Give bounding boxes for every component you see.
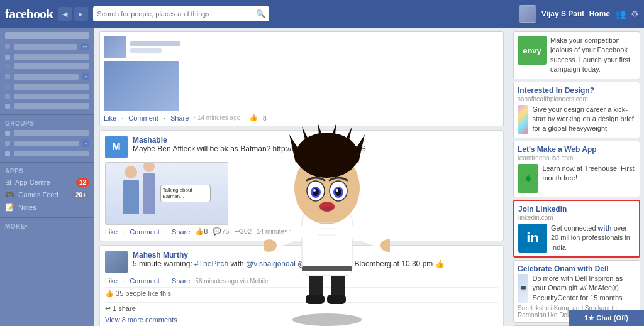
nav-right: Vijay S Paul Home 👥 ⚙ bbox=[519, 5, 639, 23]
notes-item[interactable]: 📝 Notes bbox=[0, 201, 94, 214]
sidebar-item-5[interactable] bbox=[0, 82, 94, 92]
app-centre-badge: 12 bbox=[76, 178, 89, 187]
friends-section: ▪▪ ▪ bbox=[0, 32, 94, 111]
mashable-name[interactable]: Mashable bbox=[133, 136, 366, 144]
user-name[interactable]: Vijay S Paul bbox=[541, 9, 584, 18]
left-sidebar: ▪▪ ▪ bbox=[0, 28, 94, 326]
sidebar-item-1[interactable]: ▪▪ bbox=[0, 41, 94, 52]
ad-linkedin-title: Join LinkedIn bbox=[518, 205, 635, 214]
games-feed-item[interactable]: 🎮 Games Feed 20+ bbox=[0, 188, 94, 201]
sidebar-group-3[interactable] bbox=[0, 149, 94, 158]
sidebar-group-2[interactable]: ▪ bbox=[0, 138, 94, 149]
sidebar-group-1[interactable] bbox=[0, 128, 94, 138]
games-feed-label: Games Feed bbox=[18, 191, 69, 198]
avatar[interactable] bbox=[519, 5, 536, 23]
post2-actions: Like · Comment · Share 58 minutes ago vi… bbox=[105, 277, 498, 285]
ad-linkedin-domain: linkedin.com bbox=[518, 214, 635, 221]
activity-icon-btn[interactable]: ▸ bbox=[74, 7, 88, 21]
home-link[interactable]: Home bbox=[589, 9, 610, 18]
post2-likes: 👍 35 people like this. bbox=[105, 287, 498, 300]
games-feed-badge: 20+ bbox=[72, 191, 89, 199]
action-share[interactable]: Share bbox=[170, 114, 189, 122]
groups-section: GROUPS ▪ bbox=[0, 117, 94, 158]
ad-envy-text: Make your competition jealous of your Fa… bbox=[550, 36, 636, 75]
ad-envy[interactable]: envy Make your competition jealous of yo… bbox=[513, 31, 640, 79]
top-navigation: facebook ◀ ▸ 🔍 Vijay S Paul Home 👥 ⚙ bbox=[0, 0, 644, 28]
ad-linkedin-text: Get connected with over 20 million profe… bbox=[551, 224, 635, 253]
mashable-avatar: M bbox=[105, 136, 128, 158]
ad-design-image bbox=[518, 105, 528, 134]
post-image-panel: Talking about Batman... bbox=[105, 162, 228, 225]
chat-label: 1★ Chat (Off) bbox=[584, 314, 628, 322]
notes-label: Notes bbox=[18, 204, 89, 211]
profile-icon-btn[interactable]: ◀ bbox=[58, 7, 72, 21]
sidebar-item-4[interactable]: ▪ bbox=[0, 71, 94, 82]
ad-design-text: Give your design career a kick-start by … bbox=[532, 105, 636, 134]
friends-icon[interactable]: 👥 bbox=[615, 9, 626, 19]
nav-icons-left: ◀ ▸ bbox=[58, 7, 88, 21]
center-feed: Like · Comment · Share · 14 minutes ago … bbox=[94, 28, 509, 326]
ad-design[interactable]: Interested In Design? sanofhealthpioneer… bbox=[513, 82, 640, 138]
sidebar-item-3[interactable] bbox=[0, 62, 94, 71]
app-centre-icon: ⊞ bbox=[5, 178, 11, 187]
mahesh-name[interactable]: Mahesh Murthy bbox=[133, 251, 498, 259]
right-sidebar: envy Make your competition jealous of yo… bbox=[509, 28, 644, 326]
more-header[interactable]: MORE• bbox=[0, 220, 94, 231]
ad-linkedin[interactable]: Join LinkedIn linkedin.com in Get connec… bbox=[513, 200, 640, 258]
ad-dell-text: Do more with Dell Inspiron as your Onam … bbox=[532, 274, 636, 303]
search-input[interactable] bbox=[97, 10, 256, 18]
mashable-content: Maybe Ben Affleck will be ok as Batman? … bbox=[133, 144, 366, 153]
ad-design-domain: sanofhealthpioneers.com bbox=[518, 95, 636, 102]
app-centre-item[interactable]: ⊞ App Centre 12 bbox=[0, 176, 94, 188]
post1-share[interactable]: Share bbox=[172, 228, 190, 236]
top-blurred-post: Like · Comment · Share · 14 minutes ago … bbox=[99, 31, 504, 126]
post1-actions: Like · Comment · Share 👍8 💬75 ↩202 14 mi… bbox=[105, 227, 498, 236]
chat-bar[interactable]: 1★ Chat (Off) bbox=[569, 310, 644, 326]
app-centre-label: App Centre bbox=[15, 178, 72, 186]
post1-like[interactable]: Like bbox=[105, 228, 118, 236]
post2-shares: ↩ 1 share bbox=[105, 302, 498, 315]
sidebar-item-6[interactable] bbox=[0, 92, 94, 101]
ad-design-title: Interested In Design? bbox=[518, 86, 636, 95]
mashable-post: M Mashable Maybe Ben Affleck will be ok … bbox=[99, 130, 504, 241]
post2-like[interactable]: Like bbox=[105, 277, 118, 285]
ad-envy-image: envy bbox=[518, 36, 547, 65]
post2-comment[interactable]: Comment bbox=[130, 277, 160, 285]
mahesh-content: 5 minute warning: #ThePitch with @vishal… bbox=[133, 259, 498, 268]
post1-comment[interactable]: Comment bbox=[130, 228, 160, 236]
feed-scroll-area[interactable]: Like · Comment · Share · 14 minutes ago … bbox=[94, 28, 509, 326]
action-comment[interactable]: Comment bbox=[128, 114, 158, 122]
mahesh-post: Mahesh Murthy 5 minute warning: #ThePitc… bbox=[99, 245, 504, 326]
sidebar-item-2[interactable] bbox=[0, 52, 94, 62]
apps-header: APPS bbox=[0, 165, 94, 176]
ad-linkedin-image: in bbox=[518, 224, 547, 253]
games-feed-icon: 🎮 bbox=[5, 190, 14, 199]
ad-dell-title: Celebrate Onam with Dell bbox=[518, 264, 636, 273]
facebook-logo: facebook bbox=[5, 6, 53, 22]
groups-header: GROUPS bbox=[0, 117, 94, 128]
ad-dell-image: 💻 bbox=[518, 274, 528, 303]
search-bar: 🔍 bbox=[93, 6, 269, 21]
action-like[interactable]: Like bbox=[104, 114, 116, 122]
main-layout: ▪▪ ▪ bbox=[0, 28, 644, 326]
ad-treehouse[interactable]: Let's Make a Web App teamtreehouse.com 🌲… bbox=[513, 141, 640, 197]
view-more-comments[interactable]: View 8 more comments bbox=[105, 315, 498, 325]
ad-treehouse-image: 🌲 bbox=[518, 164, 538, 193]
ad-treehouse-domain: teamtreehouse.com bbox=[518, 155, 636, 161]
apps-section: APPS ⊞ App Centre 12 🎮 Games Feed 20+ 📝 … bbox=[0, 165, 94, 214]
settings-icon[interactable]: ⚙ bbox=[631, 9, 639, 19]
sidebar-item-7[interactable] bbox=[0, 101, 94, 111]
post2-share[interactable]: Share bbox=[172, 277, 190, 285]
search-icon[interactable]: 🔍 bbox=[256, 9, 265, 18]
ad-treehouse-title: Let's Make a Web App bbox=[518, 145, 636, 154]
notes-icon: 📝 bbox=[5, 203, 14, 212]
ad-treehouse-text: Learn now at Treehouse. First month free… bbox=[542, 164, 636, 183]
mahesh-avatar bbox=[105, 251, 128, 273]
